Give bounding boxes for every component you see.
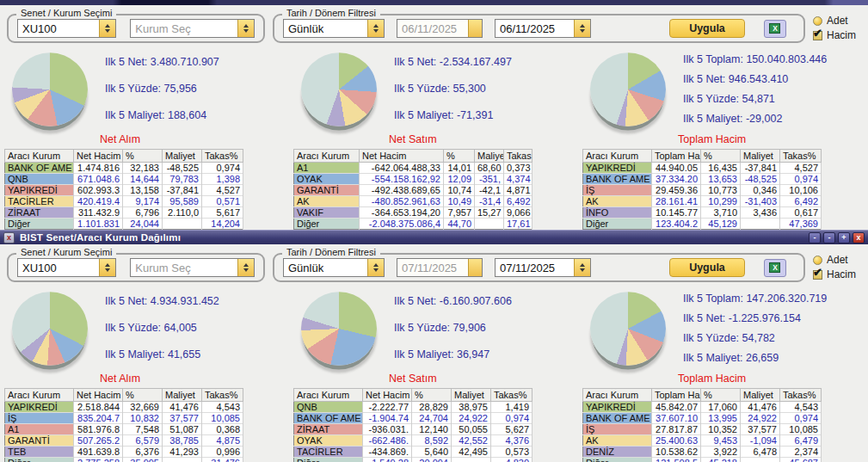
table-row[interactable]: OYAK-662.486.8,59242,5524,376 xyxy=(294,435,532,447)
column-header[interactable]: % xyxy=(444,150,475,163)
period-select[interactable]: Günlük xyxy=(283,258,385,277)
symbol-select[interactable]: XU100 xyxy=(17,19,116,38)
column-header[interactable]: Maliyet xyxy=(741,150,780,163)
spinner-icon[interactable] xyxy=(367,259,384,276)
spinner-icon[interactable] xyxy=(367,20,384,37)
column-header[interactable]: Takas% xyxy=(202,150,243,163)
export-excel-button[interactable]: X xyxy=(764,259,786,277)
panel-close-icon[interactable]: x xyxy=(3,232,15,243)
table-row[interactable]: İNFO10.145.773,7103,4360,617 xyxy=(583,207,822,219)
calendar-button-icon[interactable] xyxy=(468,259,482,276)
column-header[interactable]: Aracı Kurum xyxy=(294,389,363,402)
column-header[interactable]: Takas% xyxy=(780,150,822,163)
table-row[interactable]: VAKIF-364.653.194,207,95715,279,066 xyxy=(294,207,532,219)
export-excel-button[interactable]: X xyxy=(764,20,786,38)
table-row[interactable]: TACİRLER-434.869.5,64042,4950,573 xyxy=(294,447,532,458)
table-row[interactable]: İŞ27.817.8710,35237,57710,085 xyxy=(583,424,822,435)
column-header[interactable]: Net Hacim xyxy=(360,150,444,163)
table-row[interactable]: AK28.161.4110,299-31,4036,492 xyxy=(583,196,822,207)
column-header[interactable]: Toplam Ha xyxy=(652,389,701,402)
column-header[interactable]: Maliyet xyxy=(163,389,202,402)
minimize-button[interactable]: - xyxy=(809,232,821,243)
column-header[interactable]: Toplam Ha xyxy=(652,150,701,163)
column-header[interactable]: % xyxy=(123,389,163,402)
table-row[interactable]: İŞ29.459.3610,7730,34610,106 xyxy=(583,185,822,196)
table-row[interactable]: TACİRLER420.419.49,17495,5890,571 xyxy=(5,196,243,207)
table-row[interactable]: AK25.400.639,453-1,0946,479 xyxy=(583,435,822,447)
apply-button[interactable]: Uygula xyxy=(669,19,745,38)
column-header[interactable]: Net Hacim xyxy=(74,150,123,163)
table-row[interactable]: DENİZ10.538.623,9226,4782,374 xyxy=(583,447,822,458)
table-row[interactable]: BANK OF AME1.474.81632,183-48,5250,974 xyxy=(5,163,243,174)
table-row[interactable]: BANK OF AME37.607.1013,99524,9220,974 xyxy=(583,413,822,424)
spinner-icon[interactable] xyxy=(99,20,115,37)
spinner-icon[interactable] xyxy=(574,20,590,37)
table-row[interactable]: YAPIKREDİ2.518.84432,66941,4764,543 xyxy=(5,402,243,413)
table-row[interactable]: Diğer-1.549.2820,0944,830 xyxy=(294,458,532,462)
adet-radio[interactable]: Adet xyxy=(813,254,856,266)
table-row[interactable]: GARANTİ507.265.26,57938,7854,875 xyxy=(5,435,243,447)
column-header[interactable]: % xyxy=(701,150,741,163)
table-row[interactable]: QNB-2.222.7728,82938,9751,419 xyxy=(294,402,532,413)
table-row[interactable]: Diğer123.404.245,12947,369 xyxy=(583,219,822,230)
table-row[interactable]: A1581.976.87,54851,0870,368 xyxy=(5,424,243,435)
table-row[interactable]: YAPIKREDİ45.842.0717,06041,4764,543 xyxy=(583,402,822,413)
column-header[interactable]: Net Hacim xyxy=(74,389,123,402)
table-row[interactable]: Diğer121.508.545,21845,687 xyxy=(583,458,822,462)
column-header[interactable]: Takas% xyxy=(202,389,243,402)
table-row[interactable]: YAPIKREDİ602.993.313,158-37,8414,527 xyxy=(5,185,243,196)
column-header[interactable]: Aracı Kurum xyxy=(294,150,360,163)
table-row[interactable]: A1-642.064.488,3314,0168,600,373 xyxy=(294,163,532,174)
hacim-checkbox[interactable]: ✔ Hacim xyxy=(813,268,856,280)
table-row[interactable]: BANK OF AME37.334.2013,653-48,5250,974 xyxy=(583,174,822,185)
symbol-select[interactable]: XU100 xyxy=(17,258,116,277)
date-to-input[interactable]: 06/11/2025 xyxy=(495,19,591,38)
close-button[interactable]: x xyxy=(853,232,865,243)
table-row[interactable]: ZİRAAT311.432.96,7962.110,05,617 xyxy=(5,207,243,219)
table-row[interactable]: TEB491.639.86,37641,2930,996 xyxy=(5,447,243,458)
calendar-button-icon[interactable] xyxy=(468,20,482,37)
spinner-icon[interactable] xyxy=(237,20,254,37)
table-row[interactable]: GARANTİ-492.438.689,6510,74-42,14,871 xyxy=(294,185,532,196)
column-header[interactable]: % xyxy=(123,150,163,163)
period-select[interactable]: Günlük xyxy=(283,19,385,38)
table-row[interactable]: QNB671.048.614,64479,7831,398 xyxy=(5,174,243,185)
maximize-button[interactable]: + xyxy=(838,232,850,243)
column-header[interactable]: Maliyet xyxy=(452,389,491,402)
spinner-icon[interactable] xyxy=(237,259,254,276)
column-header[interactable]: Net Hacim xyxy=(363,389,412,402)
column-header[interactable]: Takas% xyxy=(780,389,822,402)
date-from-input[interactable]: 07/11/2025 xyxy=(397,258,483,277)
column-header[interactable]: Maliye xyxy=(475,150,504,163)
date-to-input[interactable]: 07/11/2025 xyxy=(495,258,591,277)
apply-button[interactable]: Uygula xyxy=(669,258,745,277)
column-header[interactable]: Aracı Kurum xyxy=(5,150,74,163)
table-row[interactable]: Diğer1.101.83124,04414,204 xyxy=(5,219,243,230)
table-row[interactable]: ZİRAAT-936.031.12,14050,0555,627 xyxy=(294,424,532,435)
table-row[interactable]: BANK OF AME-1.904.7424,70424,9220,974 xyxy=(294,413,532,424)
column-header[interactable]: Aracı Kurum xyxy=(583,389,652,402)
restore-button[interactable]: - xyxy=(823,232,835,243)
hacim-checkbox[interactable]: ✔ Hacim xyxy=(813,29,856,41)
table-row[interactable]: Diğer-2.048.375.086,444,7017,61 xyxy=(294,219,532,230)
table-row[interactable]: YAPIKREDİ44.940.0516,435-37,8414,527 xyxy=(583,163,822,174)
column-header[interactable]: Maliyet xyxy=(741,389,780,402)
spinner-icon[interactable] xyxy=(574,259,590,276)
table-row[interactable]: İŞ835.204.710,83237,57710,085 xyxy=(5,413,243,424)
broker-select[interactable]: Kurum Seç xyxy=(130,19,255,38)
column-header[interactable]: Aracı Kurum xyxy=(5,389,74,402)
adet-radio[interactable]: Adet xyxy=(813,15,856,27)
value-cell: 2.110,0 xyxy=(163,207,202,219)
table-row[interactable]: Diğer2.775.25835,99531,476 xyxy=(5,458,243,462)
column-header[interactable]: Maliyet xyxy=(163,150,202,163)
column-header[interactable]: Takas% xyxy=(491,389,532,402)
column-header[interactable]: % xyxy=(701,389,741,402)
table-row[interactable]: OYAK-554.158.162,9212,09-351,4,374 xyxy=(294,174,532,185)
table-row[interactable]: AK-480.852.961,6310,49-31,46,492 xyxy=(294,196,532,207)
column-header[interactable]: Takas xyxy=(504,150,532,163)
column-header[interactable]: % xyxy=(412,389,452,402)
broker-select[interactable]: Kurum Seç xyxy=(130,258,255,277)
date-from-input[interactable]: 06/11/2025 xyxy=(397,19,483,38)
column-header[interactable]: Aracı Kurum xyxy=(583,150,652,163)
spinner-icon[interactable] xyxy=(99,259,115,276)
